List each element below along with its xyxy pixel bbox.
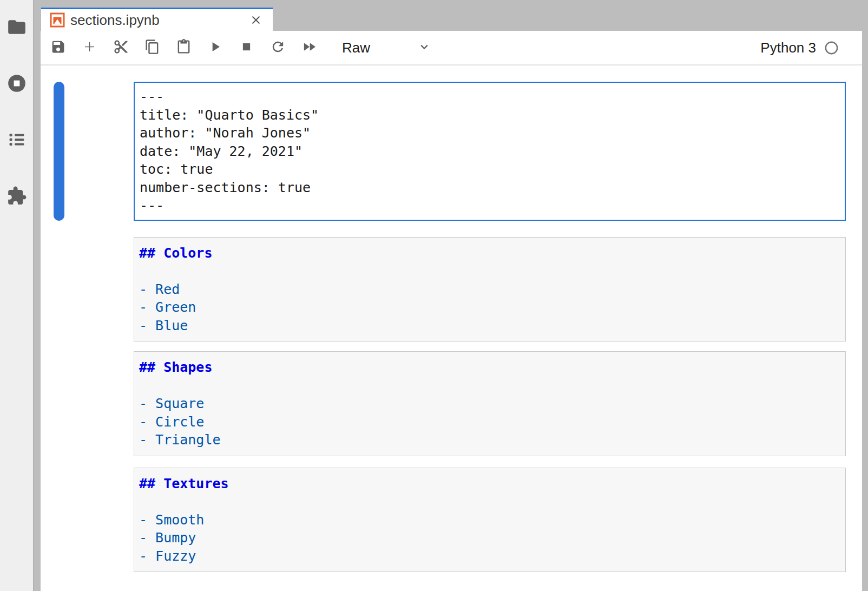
md-list-line: - Circle — [139, 413, 840, 431]
raw-cell-editor[interactable]: --- title: "Quarto Basics" author: "Nora… — [134, 82, 846, 221]
markdown-cell-editor[interactable]: ## Colors - Red - Green - Blue — [134, 237, 846, 342]
puzzle-icon — [6, 186, 27, 208]
notebook-toolbar: Raw Python 3 — [41, 31, 862, 65]
md-list-line: - Bumpy — [139, 529, 840, 547]
cell-markdown-shapes: ## Shapes - Square - Circle - Triangle — [54, 351, 846, 456]
code-line: --- — [140, 88, 840, 106]
code-line: toc: true — [140, 160, 840, 179]
save-button[interactable] — [48, 37, 68, 58]
plus-icon — [82, 39, 97, 57]
md-heading-line: ## Shapes — [139, 358, 840, 377]
tab-title: sections.ipynb — [70, 12, 248, 29]
markdown-cell-editor[interactable]: ## Shapes - Square - Circle - Triangle — [134, 351, 846, 456]
md-list-line: - Blue — [139, 317, 840, 335]
interrupt-kernel-button[interactable] — [236, 37, 257, 58]
cell-collapser[interactable] — [54, 468, 64, 573]
md-heading-line: ## Colors — [139, 244, 840, 262]
copy-icon — [144, 39, 160, 57]
run-cell-button[interactable] — [205, 37, 225, 58]
notebook-content: --- title: "Quarto Basics" author: "Nora… — [41, 65, 862, 591]
md-heading-line: ## Textures — [139, 475, 840, 493]
cell-collapser[interactable] — [54, 82, 64, 221]
restart-kernel-button[interactable] — [267, 37, 288, 58]
clipboard-icon — [176, 39, 192, 57]
stop-circle-icon — [6, 73, 27, 96]
cell-markdown-textures: ## Textures - Smooth - Bumpy - Fuzzy — [54, 468, 846, 573]
code-line: number-sections: true — [140, 179, 840, 197]
copy-cell-button[interactable] — [142, 37, 162, 58]
cell-raw-yaml: --- title: "Quarto Basics" author: "Nora… — [54, 82, 846, 221]
md-blank-line — [139, 377, 840, 395]
code-line: date: "May 22, 2021" — [140, 142, 840, 161]
sidebar-item-running-kernels[interactable] — [5, 73, 29, 96]
main-dock-panel: sections.ipynb — [41, 0, 862, 591]
markdown-cell-editor[interactable]: ## Textures - Smooth - Bumpy - Fuzzy — [134, 468, 846, 573]
tab-bar: sections.ipynb — [41, 0, 862, 31]
activity-sidebar — [0, 0, 34, 591]
sidebar-item-extensions[interactable] — [5, 185, 29, 209]
cell-type-dropdown[interactable]: Raw — [339, 36, 435, 60]
code-line: --- — [140, 196, 840, 215]
sidebar-item-file-browser[interactable] — [5, 16, 29, 40]
kernel-idle-icon — [824, 41, 839, 55]
cut-cell-button[interactable] — [110, 37, 131, 58]
cell-collapser[interactable] — [54, 237, 64, 342]
md-list-line: - Fuzzy — [139, 547, 840, 566]
md-blank-line — [139, 492, 840, 511]
fast-forward-icon — [301, 39, 317, 57]
folder-icon — [6, 17, 27, 40]
md-list-line: - Red — [139, 280, 840, 299]
kernel-name: Python 3 — [760, 40, 816, 56]
scissors-icon — [113, 39, 129, 57]
md-blank-line — [139, 262, 840, 280]
md-list-line: - Smooth — [139, 511, 840, 529]
tab-sections-ipynb[interactable]: sections.ipynb — [41, 8, 273, 31]
notebook-file-icon — [50, 12, 65, 28]
cell-markdown-colors: ## Colors - Red - Green - Blue — [54, 237, 846, 342]
paste-cell-button[interactable] — [173, 37, 194, 58]
chevron-down-icon — [417, 39, 432, 56]
save-icon — [50, 39, 66, 57]
insert-cell-button[interactable] — [79, 37, 100, 58]
play-icon — [207, 39, 223, 57]
refresh-icon — [270, 39, 286, 57]
sidebar-item-table-of-contents[interactable] — [5, 129, 29, 153]
restart-run-all-button[interactable] — [299, 37, 319, 58]
md-list-line: - Green — [139, 298, 840, 317]
code-line: title: "Quarto Basics" — [140, 106, 840, 124]
code-line: author: "Norah Jones" — [140, 124, 840, 142]
kernel-indicator[interactable]: Python 3 — [760, 40, 839, 56]
stop-icon — [239, 39, 254, 57]
close-icon[interactable] — [248, 12, 264, 28]
md-list-line: - Square — [139, 395, 840, 413]
list-icon — [6, 129, 27, 152]
notebook-panel: Raw Python 3 --- title: "Quarto Basics" … — [41, 31, 862, 591]
md-list-line: - Triangle — [139, 431, 840, 449]
cell-collapser[interactable] — [54, 351, 64, 456]
cell-type-value: Raw — [342, 40, 370, 56]
